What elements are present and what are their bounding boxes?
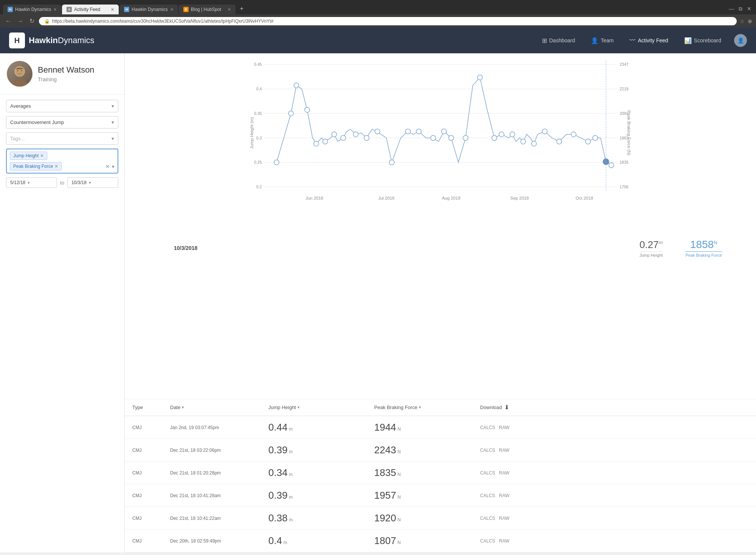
athlete-avatar xyxy=(7,61,33,87)
chart-point[interactable] xyxy=(323,139,328,144)
td-peak-1: 2243 N xyxy=(374,444,480,456)
calcs-link-0[interactable]: CALCS xyxy=(480,425,495,430)
browser-tab-1[interactable]: H Hawkin Dynamics ✕ xyxy=(3,5,61,14)
jump-value-1: 0.39 xyxy=(268,444,288,456)
peak-sort-icon: ▾ xyxy=(419,405,421,410)
chart-point[interactable] xyxy=(521,139,525,144)
tag-jump-height: Jump Height ✕ xyxy=(10,152,47,160)
chart-point[interactable] xyxy=(314,141,319,146)
chart-point[interactable] xyxy=(288,111,293,116)
chart-point[interactable] xyxy=(510,132,515,137)
calcs-link-4[interactable]: CALCS xyxy=(480,516,495,521)
chart-point[interactable] xyxy=(406,129,411,134)
calcs-link-1[interactable]: CALCS xyxy=(480,448,495,453)
tags-dropdown-arrow[interactable]: ▾ xyxy=(112,164,115,169)
tags-clear-button[interactable]: ✕ xyxy=(105,164,110,169)
refresh-button[interactable]: ↻ xyxy=(28,17,36,25)
tags-arrow: ▾ xyxy=(112,136,114,141)
chart-point[interactable] xyxy=(305,107,310,112)
tab-close-1[interactable]: ✕ xyxy=(53,7,57,12)
chart-point[interactable] xyxy=(609,163,614,168)
nav-item-activity[interactable]: 〰 Activity Feed xyxy=(623,34,674,47)
chart-point[interactable] xyxy=(499,132,504,137)
td-download-0: CALCS RAW xyxy=(480,425,748,430)
minimize-button[interactable]: — xyxy=(729,6,734,12)
tags-selected-area: Jump Height ✕ Peak Braking Force ✕ ✕ ▾ xyxy=(6,149,118,174)
chart-point[interactable] xyxy=(442,129,446,134)
tags-placeholder: Tags... xyxy=(10,136,25,141)
chart-point[interactable] xyxy=(341,135,345,140)
chart-point[interactable] xyxy=(449,135,454,140)
close-button[interactable]: ✕ xyxy=(747,6,751,12)
back-button[interactable]: ← xyxy=(4,17,13,25)
tag-jump-remove[interactable]: ✕ xyxy=(40,153,44,158)
chart-point[interactable] xyxy=(416,129,421,134)
exercise-dropdown[interactable]: Countermovement Jump ▾ xyxy=(6,116,118,129)
chart-point[interactable] xyxy=(531,141,536,146)
callout-peak-value: 1858N xyxy=(685,239,722,251)
raw-link-3[interactable]: RAW xyxy=(499,493,510,498)
date-from-input[interactable]: 5/12/18 ▾ xyxy=(6,177,57,188)
td-peak-5: 1807 N xyxy=(374,535,480,547)
chart-point[interactable] xyxy=(477,75,482,80)
browser-tab-4[interactable]: B Blog | HubSpot ✕ xyxy=(179,5,235,14)
chart-point[interactable] xyxy=(542,129,547,134)
chart-point[interactable] xyxy=(274,160,279,165)
raw-link-5[interactable]: RAW xyxy=(499,538,510,544)
date-to-label: to xyxy=(60,180,64,186)
forward-button[interactable]: → xyxy=(16,17,25,25)
date-to-input[interactable]: 10/3/18 ▾ xyxy=(67,177,118,188)
peak-unit-1: N xyxy=(397,449,401,454)
chart-point[interactable] xyxy=(375,129,380,134)
raw-link-1[interactable]: RAW xyxy=(499,448,510,453)
extensions-icon[interactable]: ⊕ xyxy=(748,18,752,24)
calcs-link-3[interactable]: CALCS xyxy=(480,493,495,498)
nav-item-dashboard[interactable]: ⊞ Dashboard xyxy=(536,34,581,47)
chart-point[interactable] xyxy=(571,132,576,137)
chart-point[interactable] xyxy=(294,83,299,88)
new-tab-button[interactable]: + xyxy=(236,3,247,14)
sidebar-controls: Averages ▾ Countermovement Jump ▾ Tags..… xyxy=(0,95,124,193)
tag-peak-remove[interactable]: ✕ xyxy=(54,164,58,169)
calcs-link-2[interactable]: CALCS xyxy=(480,470,495,476)
tag-peak-braking: Peak Braking Force ✕ xyxy=(10,162,62,171)
raw-link-2[interactable]: RAW xyxy=(499,470,510,476)
td-type-1: CMJ xyxy=(132,448,170,453)
user-avatar[interactable]: 👤 xyxy=(734,34,747,47)
chart-point[interactable] xyxy=(431,135,435,140)
browser-tab-3[interactable]: H Hawkin Dynamics ✕ xyxy=(119,5,178,14)
chart-point[interactable] xyxy=(364,135,369,140)
chart-point[interactable] xyxy=(557,139,562,144)
chart-point[interactable] xyxy=(463,135,468,140)
chart-point[interactable] xyxy=(593,135,598,140)
tab-close-2[interactable]: ✕ xyxy=(111,7,114,12)
browser-chrome: H Hawkin Dynamics ✕ A Activity Feed ✕ H … xyxy=(0,0,756,28)
tab-close-4[interactable]: ✕ xyxy=(228,7,231,12)
date-sort-icon: ▾ xyxy=(182,405,184,410)
averages-dropdown[interactable]: Averages ▾ xyxy=(6,100,118,112)
chart-point[interactable] xyxy=(353,132,358,137)
url-bar[interactable]: 🔒 https://beta.hawkindynamics.com/teams/… xyxy=(39,17,737,25)
th-peak[interactable]: Peak Braking Force ▾ xyxy=(374,405,480,410)
th-date[interactable]: Date ▾ xyxy=(170,405,268,410)
callout-jump-label: Jump Height xyxy=(640,251,663,257)
calcs-link-5[interactable]: CALCS xyxy=(480,538,495,544)
chart-point[interactable] xyxy=(389,160,394,165)
td-jump-0: 0.44 m xyxy=(268,422,374,433)
chart-point[interactable] xyxy=(492,135,497,140)
tags-dropdown[interactable]: Tags... ▾ xyxy=(6,132,118,145)
chart-point[interactable] xyxy=(586,139,590,144)
td-peak-3: 1957 N xyxy=(374,490,480,501)
th-jump[interactable]: Jump Height ▾ xyxy=(268,405,374,410)
raw-link-0[interactable]: RAW xyxy=(499,425,510,430)
nav-item-scoreboard[interactable]: 📊 Scoreboard xyxy=(678,34,727,47)
tab-label-1: Hawkin Dynamics xyxy=(15,7,51,12)
tab-close-3[interactable]: ✕ xyxy=(170,7,174,12)
browser-actions: ☆ ⊕ xyxy=(740,18,752,24)
bookmark-icon[interactable]: ☆ xyxy=(740,18,745,24)
raw-link-4[interactable]: RAW xyxy=(499,516,510,521)
restore-button[interactable]: ⧉ xyxy=(739,6,742,12)
browser-tab-2[interactable]: A Activity Feed ✕ xyxy=(62,5,119,14)
nav-item-team[interactable]: 👤 Team xyxy=(585,34,620,47)
chart-point[interactable] xyxy=(332,132,336,137)
